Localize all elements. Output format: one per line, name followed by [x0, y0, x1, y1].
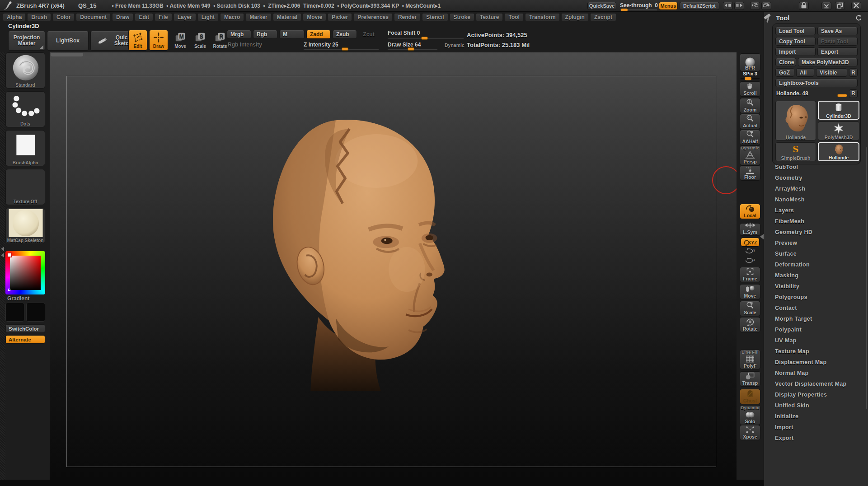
close-button[interactable] — [851, 2, 861, 10]
subtool-section[interactable]: SubTool — [764, 162, 868, 173]
draw-size-handle[interactable] — [408, 47, 414, 51]
edit-mode-button[interactable]: Edit — [128, 30, 147, 51]
surface-section[interactable]: Surface — [764, 248, 868, 259]
goz-all-button[interactable]: All — [796, 68, 814, 77]
texture-menu-item[interactable]: Texture — [476, 13, 503, 21]
save-as-button[interactable]: Save As — [817, 27, 858, 35]
export-button[interactable]: Export — [817, 47, 858, 56]
focal-shift-slider[interactable]: Focal Shift 0 — [388, 30, 420, 36]
marker-menu-item[interactable]: Marker — [245, 13, 271, 21]
bpr-button[interactable]: BPR — [740, 53, 760, 71]
restore-button[interactable] — [835, 2, 845, 10]
masking-section[interactable]: Masking — [764, 270, 868, 281]
tool-item-r-button[interactable]: R — [849, 89, 858, 98]
contact-section[interactable]: Contact — [764, 303, 868, 313]
initialize-section[interactable]: Initialize — [764, 411, 868, 422]
visibility-section[interactable]: Visibility — [764, 281, 868, 292]
load-tool-button[interactable]: Load Tool — [775, 27, 816, 35]
l-sym-button[interactable]: L.Sym — [740, 223, 760, 236]
thumb-simplebrush[interactable]: S SimpleBrush — [775, 142, 816, 161]
move-window-right-button[interactable] — [761, 2, 771, 10]
scale-button[interactable]: Scale — [740, 301, 760, 316]
goz-visible-button[interactable]: Visible — [816, 68, 847, 77]
layer-menu-item[interactable]: Layer — [174, 13, 196, 21]
panel-collapse-arrow-icon[interactable] — [760, 234, 764, 239]
left-tray-divider[interactable] — [0, 52, 5, 480]
rotz-button[interactable]: z — [740, 257, 760, 264]
zcut-button[interactable]: Zcut — [359, 30, 379, 39]
macro-menu-item[interactable]: Macro — [220, 13, 244, 21]
rotate-button[interactable]: Rotate — [740, 317, 760, 332]
goz-button[interactable]: GoZ — [775, 68, 794, 77]
default-zscript-button[interactable]: DefaultZScript — [680, 2, 719, 10]
tool-item-slider-handle[interactable] — [837, 94, 847, 97]
document-canvas[interactable] — [50, 52, 737, 480]
lightbox-tools-button[interactable]: Lightbox▸Tools — [775, 79, 858, 87]
preview-section[interactable]: Preview — [764, 238, 868, 248]
scroll-widget-nub[interactable] — [85, 53, 92, 56]
m-button[interactable]: M — [279, 30, 305, 39]
see-through-handle[interactable] — [621, 9, 628, 11]
zoom-button[interactable]: Zoom — [740, 98, 760, 113]
color-menu-item[interactable]: Color — [52, 13, 75, 21]
local-button[interactable]: Local — [740, 204, 760, 219]
uv-map-section[interactable]: UV Map — [764, 335, 868, 346]
polypaint-section[interactable]: Polypaint — [764, 324, 868, 335]
draw-mode-button[interactable]: Draw — [149, 30, 168, 51]
lock-button[interactable] — [799, 2, 809, 10]
scroll-button[interactable]: Scroll — [740, 81, 760, 97]
light-menu-item[interactable]: Light — [197, 13, 219, 21]
thumb-hollande-large[interactable]: Hollande — [775, 101, 816, 140]
scroll-shelf-left-button[interactable] — [723, 2, 733, 10]
thumb-hollande-small[interactable]: Hollande — [818, 142, 859, 161]
aahalf-button[interactable]: AAHalf — [740, 130, 760, 145]
scroll-shelf-right-button[interactable] — [734, 2, 744, 10]
z-intensity-handle[interactable] — [342, 47, 348, 51]
arraymesh-section[interactable]: ArrayMesh — [764, 183, 868, 194]
transform-menu-item[interactable]: Transform — [525, 13, 560, 21]
reset-palette-icon[interactable] — [855, 14, 863, 22]
tray-collapse-arrow-icon[interactable] — [1, 253, 4, 257]
lightbox-button[interactable]: LightBox — [47, 31, 89, 51]
movie-menu-item[interactable]: Movie — [303, 13, 326, 21]
ghost-button[interactable]: Ghost — [740, 389, 760, 404]
persp-button[interactable]: Dynamic Persp — [740, 145, 760, 165]
paste-tool-button[interactable]: Paste Tool — [817, 37, 858, 46]
sculpt-head-model[interactable] — [230, 113, 462, 391]
tray-collapse-arrow-icon[interactable] — [1, 247, 4, 251]
tool-item-slider[interactable]: Hollande. 48 R — [775, 89, 858, 98]
brushalpha-selector[interactable]: BrushAlpha — [5, 130, 45, 166]
panel-scrollbar[interactable] — [866, 147, 867, 409]
fibermesh-section[interactable]: FiberMesh — [764, 216, 868, 227]
scroll-widget-bar[interactable] — [51, 53, 83, 56]
polygroups-section[interactable]: Polygroups — [764, 292, 868, 303]
tool-menu-item[interactable]: Tool — [504, 13, 523, 21]
draw-size-slider[interactable]: Draw Size 64 — [388, 42, 421, 48]
xpose-button[interactable]: Xpose — [740, 425, 760, 440]
frame-button[interactable]: Frame — [740, 267, 760, 282]
goz-r-button[interactable]: R — [849, 68, 858, 77]
import-button[interactable]: Import — [775, 47, 816, 56]
stencil-menu-item[interactable]: Stencil — [422, 13, 448, 21]
actual-button[interactable]: x1 Actual — [740, 114, 760, 129]
draw-menu-item[interactable]: Draw — [112, 13, 133, 21]
transp-button[interactable]: Transp — [740, 371, 760, 387]
texture-map-section[interactable]: Texture Map — [764, 346, 868, 357]
display-properties-section[interactable]: Display Properties — [764, 389, 868, 400]
minimize-button[interactable] — [821, 2, 831, 10]
menus-button[interactable]: Menus — [659, 2, 678, 10]
focal-shift-handle[interactable] — [421, 37, 428, 40]
polyf-button[interactable]: Line Fill PolyF — [740, 350, 760, 369]
material-menu-item[interactable]: Material — [273, 13, 301, 21]
gradient-swatch-main[interactable] — [5, 303, 24, 322]
morph-target-section[interactable]: Morph Target — [764, 313, 868, 324]
zscript-menu-item[interactable]: Zscript — [590, 13, 616, 21]
z-intensity-slider[interactable]: Z Intensity 25 — [304, 42, 338, 48]
mrgb-button[interactable]: Mrgb — [227, 30, 251, 39]
projection-master-button[interactable]: Projection Master — [8, 31, 45, 51]
vector-displacement-map-section[interactable]: Vector Displacement Map — [764, 379, 868, 389]
dynamic-toggle[interactable]: Dynamic — [445, 42, 464, 48]
thumb-cylinder3d-selected[interactable]: Cylinder3D — [818, 101, 859, 120]
layers-section[interactable]: Layers — [764, 205, 868, 216]
solo-button[interactable]: Dynamic Solo — [740, 405, 760, 425]
